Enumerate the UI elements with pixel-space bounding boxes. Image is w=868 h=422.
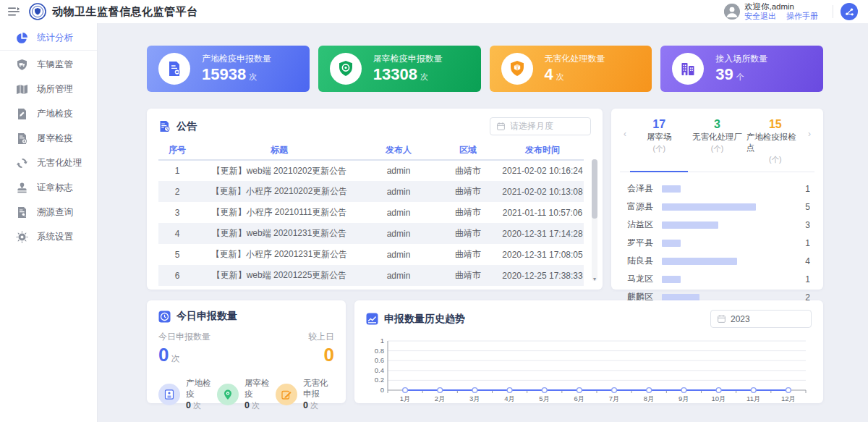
bar[interactable]: [662, 221, 794, 229]
facility-tab-0[interactable]: 17 屠宰场 (个): [630, 119, 688, 172]
facilities-tabs: ‹ 17 屠宰场 (个)3 无害化处理厂 (个)15 产地检疫报检点 (个) ›: [620, 119, 814, 172]
today-title: 今日申报数量: [176, 310, 237, 323]
scrollbar-down-arrow[interactable]: ▾: [592, 277, 597, 282]
svg-text:4月: 4月: [504, 394, 515, 402]
manual-link[interactable]: 操作手册: [786, 12, 818, 21]
svg-text:1月: 1月: [400, 394, 411, 402]
data-point[interactable]: [403, 388, 408, 393]
scrollbar-thumb[interactable]: [592, 159, 597, 219]
month-picker-input[interactable]: 请选择月度: [490, 117, 591, 135]
cell-title: 【更新】小程序 20210111更新公告: [196, 202, 362, 223]
sidebar-item-5[interactable]: 无害化处理: [0, 151, 97, 175]
bar[interactable]: [662, 276, 794, 283]
cell-title: 【更新】web端 20210202更新公告: [196, 160, 362, 181]
gear-icon: [16, 231, 28, 243]
sidebar-item-label: 屠宰检疫: [37, 132, 73, 145]
svg-text:0: 0: [380, 386, 384, 394]
document-badge-icon: [158, 53, 190, 85]
today-item-label: 产地检疫: [186, 378, 217, 400]
pie-chart-icon: [16, 32, 28, 44]
stat-card-3[interactable]: 接入场所数量 39个: [660, 46, 823, 92]
table-row[interactable]: 3【更新】小程序 20210111更新公告admin曲靖市2021-01-11 …: [158, 202, 584, 223]
column-header: 标题: [196, 141, 362, 160]
sidebar-item-4[interactable]: 屠宰检疫: [0, 126, 97, 151]
today-item-label: 无害化申报: [303, 378, 334, 400]
bar[interactable]: [662, 294, 794, 301]
table-row[interactable]: 4【更新】web端 20201231更新公告admin曲靖市2020-12-31…: [158, 223, 584, 244]
bar-value: 5: [794, 202, 810, 212]
stat-card-2[interactable]: 无害化处理数量 4次: [490, 46, 652, 92]
today-item-value: 0次: [244, 400, 276, 411]
facility-tab-2[interactable]: 15 产地检疫报检点 (个): [746, 119, 804, 172]
sidebar-item-7[interactable]: 溯源查询: [0, 200, 97, 224]
data-point[interactable]: [542, 388, 547, 393]
bar[interactable]: [662, 240, 794, 247]
column-header: 序号: [158, 141, 196, 160]
stat-card-value: 4次: [545, 67, 605, 85]
cell-region: 曲靖市: [435, 181, 501, 202]
document-search-icon: [16, 206, 28, 219]
chevron-left-icon[interactable]: ‹: [620, 119, 630, 139]
logout-link[interactable]: 安全退出: [744, 12, 776, 21]
data-point[interactable]: [647, 388, 652, 393]
trend-chart-icon: [366, 313, 378, 325]
cell-title: 【更新】小程序 20201231更新公告: [196, 244, 362, 265]
bar-row: 富源县 5: [627, 198, 810, 216]
share-button[interactable]: [841, 3, 858, 20]
bar-category-label: 沾益区: [627, 219, 662, 231]
sidebar-item-0[interactable]: 统计分析: [0, 26, 97, 51]
user-avatar-icon[interactable]: [724, 4, 740, 20]
cell-title: 【更新】web端 20201231更新公告: [196, 223, 362, 244]
facility-tab-value: 15: [769, 119, 782, 130]
sidebar-item-2[interactable]: 场所管理: [0, 77, 97, 101]
data-point[interactable]: [786, 388, 791, 393]
today-item-value: 0次: [186, 400, 217, 411]
sidebar-item-label: 场所管理: [37, 83, 73, 96]
today-total-label: 今日申报数量: [158, 331, 210, 343]
announcements-panel: 公告 请选择月度 序号标题发布人区域发布时间 1【更新】web端 2021020…: [147, 109, 603, 290]
data-point[interactable]: [472, 388, 477, 393]
table-row[interactable]: 5【更新】小程序 20201231更新公告admin曲靖市2020-12-31 …: [158, 244, 584, 265]
bar-category-label: 罗平县: [627, 237, 662, 249]
facility-tab-1[interactable]: 3 无害化处理厂 (个): [688, 119, 746, 172]
data-point[interactable]: [438, 388, 443, 393]
today-item-label: 屠宰检疫: [244, 378, 276, 400]
svg-text:0.6: 0.6: [375, 356, 384, 364]
data-point[interactable]: [751, 388, 756, 393]
divider: [833, 5, 833, 18]
collapse-menu-icon[interactable]: [7, 5, 20, 18]
data-point[interactable]: [577, 388, 582, 393]
today-panel: 今日申报数量 今日申报数量 较上日 0次 0 产地检疫 0次 屠宰检疫 0次 无…: [147, 300, 346, 403]
table-row[interactable]: 1【更新】web端 20210202更新公告admin曲靖市2021-02-02…: [158, 160, 584, 181]
table-scrollbar[interactable]: ▾: [592, 159, 597, 281]
today-item-2: 无害化申报 0次: [276, 378, 334, 411]
cell-region: 曲靖市: [435, 223, 501, 244]
bar[interactable]: [662, 185, 794, 193]
data-point[interactable]: [612, 388, 617, 393]
data-point[interactable]: [507, 388, 512, 393]
cell-time: 2021-01-11 10:57:06: [501, 202, 584, 223]
sidebar-item-3[interactable]: 产地检疫: [0, 101, 97, 126]
year-picker-input[interactable]: 2023: [710, 310, 812, 328]
trend-line-chart: 00.20.40.60.811月2月3月4月5月6月7月8月9月10月11月12…: [366, 332, 812, 406]
today-total-value: 0次: [158, 345, 179, 368]
table-row[interactable]: 2【更新】小程序 20210202更新公告admin曲靖市2021-02-02 …: [158, 181, 584, 202]
data-point[interactable]: [716, 388, 721, 393]
cell-region: 曲靖市: [435, 202, 501, 223]
stat-card-0[interactable]: 产地检疫申报数量 15938次: [147, 46, 310, 92]
table-row[interactable]: 6【更新】web端 20201225更新公告admin曲靖市2020-12-25…: [158, 265, 584, 286]
chevron-right-icon[interactable]: ›: [804, 119, 814, 139]
sidebar-item-8[interactable]: 系统设置: [0, 224, 97, 249]
bar[interactable]: [662, 203, 794, 211]
page-title: 动物卫生监督信息化监管平台: [52, 5, 198, 19]
data-point[interactable]: [681, 388, 686, 393]
calendar-icon: [496, 122, 506, 131]
bar[interactable]: [662, 258, 794, 265]
sidebar-item-1[interactable]: 车辆监管: [0, 52, 97, 77]
stat-card-1[interactable]: 屠宰检疫申报数量 13308次: [318, 46, 481, 92]
document-plus-icon: [16, 132, 28, 145]
svg-text:7月: 7月: [609, 394, 620, 402]
document-pen-icon: [16, 108, 28, 120]
sidebar-item-6[interactable]: 证章标志: [0, 175, 97, 200]
shield-box-icon: [501, 53, 533, 85]
